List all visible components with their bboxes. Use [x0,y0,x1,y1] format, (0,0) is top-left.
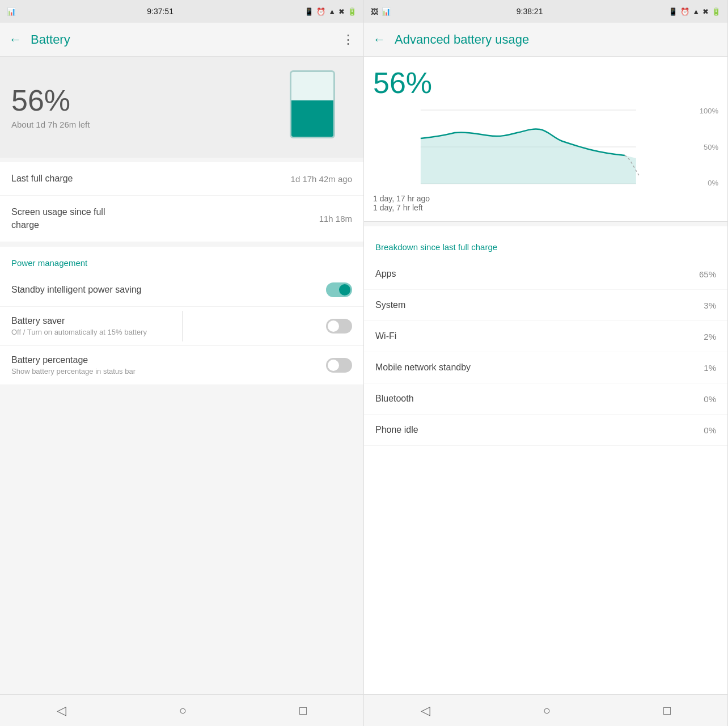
breakdown-wifi-value: 2% [704,332,716,341]
battery-panel: 📊 9:37:51 📱 ⏰ ▲ ✖ 🔋 ← Battery ⋮ 56% Abou… [0,0,364,726]
battery-percentage: 56% [11,86,90,115]
battery-percentage-row: Battery percentage Show battery percenta… [0,346,363,385]
breakdown-mobile-label: Mobile network standby [375,362,471,373]
wifi-icon-r: ▲ [692,7,700,16]
divider [182,311,183,341]
battery-icon-status: 🔋 [348,7,357,16]
screen-usage-label: Screen usage since full charge [11,206,125,231]
screen-usage-row: Screen usage since full charge 11h 18m [0,196,363,242]
back-button-right[interactable]: ← [373,32,386,47]
nav-bar-left: ◁ ○ □ [0,694,363,726]
chart-footer-line2: 1 day, 7 hr left [373,203,718,212]
chart-wrapper: 100% 50% 0% [373,104,718,189]
battery-percentage-knob [328,360,339,371]
chart-footer-line1: 1 day, 17 hr ago [373,194,718,203]
chart-percentage: 56% [373,68,718,98]
battery-chart [373,104,695,189]
home-nav-button[interactable]: ○ [168,699,198,723]
signal-icon: ✖ [338,7,345,16]
y-label-0: 0% [708,179,718,187]
chart-icon-right: 📊 [382,7,391,16]
wifi-icon: ▲ [328,7,336,16]
power-management-header: Power management [0,247,363,273]
status-bar-left: 📊 9:37:51 📱 ⏰ ▲ ✖ 🔋 [0,0,363,23]
status-left-icons: 📊 [7,7,16,16]
breakdown-phone-idle-value: 0% [704,425,716,435]
time-left: 9:37:51 [147,7,173,16]
standby-power-toggle[interactable] [326,282,352,297]
breakdown-mobile-value: 1% [704,363,716,373]
more-options-button[interactable]: ⋮ [342,32,354,47]
chart-fill [421,129,636,184]
page-title-advanced: Advanced battery usage [395,32,718,47]
time-right: 9:38:21 [517,7,543,16]
gallery-icon: 🖼 [371,7,378,16]
breakdown-bluetooth-label: Bluetooth [375,394,414,404]
status-bar-right: 🖼 📊 9:38:21 📱 ⏰ ▲ ✖ 🔋 [364,0,727,23]
battery-percentage-sublabel: Show battery percentage in status bar [11,367,136,375]
standby-power-label-group: Standby intelligent power saving [11,285,141,295]
power-management-section: Power management Standby intelligent pow… [0,247,363,385]
battery-percentage-toggle[interactable] [326,358,352,373]
battery-saver-sublabel: Off / Turn on automatically at 15% batte… [11,328,147,336]
breakdown-bluetooth-row[interactable]: Bluetooth 0% [364,383,727,415]
battery-info-section: Last full charge 1d 17h 42m ago Screen u… [0,162,363,242]
standby-power-row: Standby intelligent power saving [0,273,363,307]
last-full-charge-label: Last full charge [11,172,73,185]
sim-icon: 📱 [304,7,314,16]
breakdown-mobile-row[interactable]: Mobile network standby 1% [364,352,727,383]
alarm-icon-r: ⏰ [680,7,689,16]
advanced-battery-panel: 🖼 📊 9:38:21 📱 ⏰ ▲ ✖ 🔋 ← Advanced battery… [364,0,728,726]
home-nav-button-right[interactable]: ○ [532,699,562,723]
y-label-100: 100% [700,107,718,115]
status-right-right-icons: 📱 ⏰ ▲ ✖ 🔋 [668,7,721,16]
battery-text-info: 56% About 1d 7h 26m left [11,86,90,129]
breakdown-system-value: 3% [704,301,716,310]
battery-saver-label-group: Battery saver Off / Turn on automaticall… [11,316,147,336]
screen-usage-value: 11h 18m [319,214,352,223]
alarm-icon: ⏰ [316,7,325,16]
breakdown-apps-label: Apps [375,269,396,279]
battery-icon-status-r: 🔋 [712,7,721,16]
nav-bar-right: ◁ ○ □ [364,694,727,726]
breakdown-section: Breakdown since last full charge Apps 65… [364,226,727,694]
battery-saver-label: Battery saver [11,316,147,326]
breakdown-system-label: System [375,300,405,310]
battery-saver-row: Battery saver Off / Turn on automaticall… [0,307,363,346]
breakdown-phone-idle-label: Phone idle [375,425,418,435]
status-right-icons: 📱 ⏰ ▲ ✖ 🔋 [304,7,357,16]
chart-footer: 1 day, 17 hr ago 1 day, 7 hr left [373,194,718,212]
y-label-50: 50% [704,143,718,151]
battery-fill-level [291,100,333,137]
breakdown-header: Breakdown since last full charge [364,231,727,259]
recent-nav-button[interactable]: □ [288,699,318,723]
recent-nav-button-right[interactable]: □ [652,699,682,723]
sim-icon-r: 📱 [668,7,678,16]
page-title-battery: Battery [31,32,333,47]
battery-time-left: About 1d 7h 26m left [11,120,90,129]
app-bar-advanced: ← Advanced battery usage [364,23,727,57]
standby-power-label: Standby intelligent power saving [11,285,141,295]
chart-svg [373,104,695,189]
breakdown-wifi-row[interactable]: Wi-Fi 2% [364,321,727,352]
breakdown-bluetooth-value: 0% [704,394,716,404]
chart-section: 56% 100% 50% 0% [364,57,727,222]
app-bar-battery: ← Battery ⋮ [0,23,363,57]
battery-percentage-label: Battery percentage [11,355,136,365]
breakdown-phone-idle-row[interactable]: Phone idle 0% [364,415,727,446]
battery-saver-knob [328,320,339,332]
battery-saver-toggle[interactable] [326,319,352,334]
status-right-left-icons: 🖼 📊 [371,7,391,16]
back-button[interactable]: ← [9,32,22,47]
battery-percentage-label-group: Battery percentage Show battery percenta… [11,355,136,375]
back-nav-button[interactable]: ◁ [45,699,78,723]
chart-icon: 📊 [7,7,16,16]
standby-power-knob [339,284,350,296]
back-nav-button-right[interactable]: ◁ [409,699,442,723]
chart-y-axis: 100% 50% 0% [700,104,718,189]
breakdown-apps-value: 65% [699,269,716,279]
breakdown-apps-row[interactable]: Apps 65% [364,259,727,290]
last-full-charge-row: Last full charge 1d 17h 42m ago [0,162,363,196]
breakdown-system-row[interactable]: System 3% [364,290,727,321]
battery-icon-body [290,70,335,138]
